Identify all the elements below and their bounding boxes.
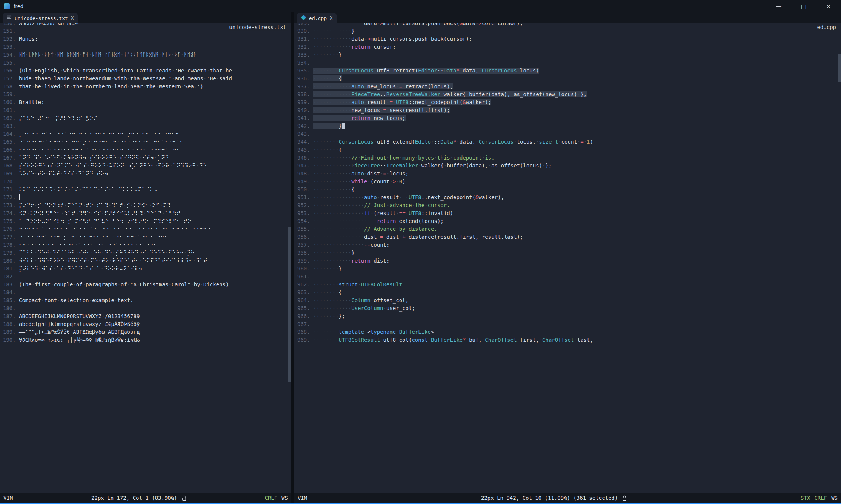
code-line[interactable]: 158.that·he·lived·in·the·northern·land·n… [0, 83, 291, 91]
code-line[interactable]: 962.········struct·UTF8ColResult [294, 281, 841, 289]
code-line[interactable]: 179.⠩⠁⠇⠇·⠝⠕⠞·⠙⠊⠌⠥⠗⠃·⠊⠞⠂·⠕⠗·⠹⠑·⡊⠳⠝⠞⠗⠹⠰⠎·⠙… [0, 249, 291, 257]
line-number: 163. [3, 122, 16, 130]
code-line[interactable]: 944.········CursorLocus·utf8_extend(Edit… [294, 138, 841, 146]
window-controls: — □ × [766, 0, 841, 12]
line-number: 966. [297, 312, 310, 320]
tab-close-button[interactable]: X [330, 15, 332, 21]
code-line[interactable]: 187.ABCDEFGHIJKLMNOPQRSTUVWXYZ·/01234567… [0, 312, 291, 320]
code-line[interactable]: 951.················auto·result·=·UTF8::… [294, 194, 841, 201]
code-line[interactable]: 181.⡍⠜⠇⠑⠹·⠺⠁⠎·⠁⠎·⠙⠑⠁⠙·⠁⠎·⠁·⠙⠕⠕⠗⠤⠝⠁⠊⠇⠲ [0, 265, 291, 273]
tab-ed-cpp[interactable]: ed.cpp X [297, 13, 337, 23]
code-line[interactable]: 943. [294, 130, 841, 138]
line-number: 161. [3, 106, 16, 114]
code-line[interactable]: 167.⠁⠝⠙·⠹⠑·⠡⠊⠑⠋·⠍⠳⠗⠝⠻⠲·⡎⠊⠗⠕⠕⠛⠑·⠎⠊⠛⠝⠫·⠊⠞⠲… [0, 154, 291, 162]
code-line[interactable]: 164.⡍⠜⠇⠑⠹·⠺⠁⠎·⠙⠑⠁⠙⠒·⠞⠕·⠃⠑⠛⠔·⠺⠊⠹⠲·⡹⠻⠑·⠊⠎·… [0, 130, 291, 138]
code-line[interactable]: 177.⠔·⠹⠑·⠞⠗⠁⠙⠑⠲·⡃⠥⠞·⠹⠑·⠺⠊⠎⠙⠕⠍·⠕⠋·⠳⠗·⠁⠝⠊⠑… [0, 233, 291, 241]
code-line[interactable]: 963.········{ [294, 289, 841, 297]
code-line[interactable]: 178.⠊⠎·⠔·⠹⠑·⠎⠊⠍⠊⠇⠑⠆·⠁⠝⠙·⠍⠹·⠥⠝⠙⠁⠇⠇⠪⠫·⠙⠁⠝⠙… [0, 241, 291, 249]
code-line[interactable]: 155. [0, 59, 291, 67]
code-line[interactable]: 950.············{ [294, 186, 841, 194]
code-line[interactable]: 969.········UTF8ColResult·utf8_col(const… [294, 336, 841, 344]
code-line[interactable]: 966.········}; [294, 312, 841, 320]
code-line[interactable]: 188.abcdefghijklmnopqrstuvwxyz·£©µÀÆÖÞßé… [0, 320, 291, 328]
code-line[interactable]: 933.········} [294, 51, 841, 59]
minimize-button[interactable]: — [766, 0, 791, 12]
line-number: 170. [3, 178, 16, 186]
code-line[interactable]: 160.Braille: [0, 98, 291, 106]
code-line[interactable]: 174.⠪⠝·⠅⠝⠪⠇⠫⠛⠑⠂·⠱⠁⠞·⠹⠻⠑·⠊⠎·⠏⠜⠞⠊⠊⠥⠇⠜⠇⠹·⠙⠑… [0, 209, 291, 217]
code-line[interactable]: 948.············auto·dist·=·locus; [294, 170, 841, 178]
code-line[interactable]: 162.⡌⠁⠧⠑·⠼⠁⠒··⡍⠜⠇⠑⠹⠰⠎·⡣⠕⠌ [0, 114, 291, 122]
code-line[interactable]: 180.⠺⠊⠇⠇·⠹⠻⠑⠋⠕⠗⠑·⠏⠻⠍⠊⠞·⠍⠑·⠞⠕·⠗⠑⠏⠑⠁⠞⠂·⠑⠍⠏… [0, 257, 291, 265]
right-scrollbar-thumb[interactable] [838, 54, 841, 82]
code-line[interactable]: 156.(Old·English,·which·transcribed·into… [0, 67, 291, 75]
code-line[interactable]: 189.–—‘“”„†•…‰™œŠŸž€·ΑΒΓΔΩαβγδω·АБВГДабв… [0, 328, 291, 336]
pane-divider[interactable] [291, 12, 294, 503]
line-number: 165. [3, 138, 16, 146]
code-line[interactable]: 184. [0, 289, 291, 297]
code-line[interactable]: 964.············Column·offset_col; [294, 297, 841, 304]
code-line[interactable]: 941.············return·new_locus; [294, 114, 841, 122]
code-line[interactable]: 168.⡎⠊⠗⠕⠕⠛⠑⠰⠎·⠝⠁⠍⠑·⠺⠁⠎·⠛⠕⠕⠙·⠥⠏⠕⠝·⠰⡡⠁⠝⠛⠑⠂… [0, 162, 291, 170]
code-line[interactable]: 931.············data->multi_cursors.push… [294, 35, 841, 43]
code-line[interactable]: 185.Compact·font·selection·example·text: [0, 297, 291, 304]
code-line[interactable]: 169.⠡⠕⠎⠑·⠞⠕·⠏⠥⠞·⠙⠊⠎·⠙⠁⠝⠙·⠞⠕⠲ [0, 170, 291, 178]
code-line[interactable]: 953.················if·(result·==·UTF8::… [294, 209, 841, 217]
code-line[interactable]: 939.············auto·result·=·UTF8::next… [294, 98, 841, 106]
code-line[interactable]: 965.············UserColumn·user_col; [294, 304, 841, 312]
text-editor-unicode-stress[interactable]: unicode-stress.txt 150.እግርህን·በፍራሽህ·ልክ·ዘር… [0, 23, 291, 493]
code-line[interactable]: 929.················data->multi_cursors.… [294, 23, 841, 27]
code-line[interactable]: 936.········{ [294, 75, 841, 83]
code-line[interactable]: 183.(The·first·couple·of·paragraphs·of·"… [0, 281, 291, 289]
code-line[interactable]: 947.············PieceTree::TreeWalker·wa… [294, 162, 841, 170]
code-line[interactable]: 153. [0, 43, 291, 51]
tab-close-button[interactable]: X [71, 15, 74, 21]
code-line[interactable]: 934. [294, 59, 841, 67]
code-line[interactable]: 166.⠎⠊⠛⠝⠫·⠃⠹·⠹⠑·⠊⠇⠻⠛⠹⠍⠁⠝⠂·⠹⠑·⠊⠇⠻⠅⠂·⠹⠑·⠥⠝… [0, 146, 291, 154]
code-line[interactable]: 175.⠁·⠙⠕⠕⠗⠤⠝⠁⠊⠇⠲·⡊·⠍⠊⠣⠞·⠙⠁⠧⠑·⠃⠑⠲·⠔⠊⠇⠔⠫⠂·… [0, 217, 291, 225]
text-editor-ed-cpp[interactable]: ed.cpp 929.················data->multi_c… [294, 23, 841, 493]
code-line[interactable]: 940.············new_locus·=·seek(result.… [294, 106, 841, 114]
code-line[interactable]: 159. [0, 91, 291, 98]
code-line[interactable]: 949.············while·(count·>·0) [294, 178, 841, 186]
code-line[interactable]: 946.············//·Find·out·how·many·byt… [294, 154, 841, 162]
close-button[interactable]: × [816, 0, 841, 12]
left-scrollbar-thumb[interactable] [288, 227, 291, 382]
code-line[interactable]: 165.⠱⠁⠞⠑⠧⠻·⠁⠃⠳⠞·⠹⠁⠞⠲·⡹⠑·⠗⠑⠛⠊⠌⠻·⠕⠋·⠙⠊⠎·⠃⠥… [0, 138, 291, 146]
code-line[interactable]: 954.····················return·extend(lo… [294, 217, 841, 225]
code-line[interactable]: 172. [0, 194, 291, 201]
tab-unicode-stress-txt[interactable]: unicode-stress.txt X [3, 13, 78, 23]
code-line[interactable]: 161. [0, 106, 291, 114]
code-line[interactable]: 170. [0, 178, 291, 186]
code-line[interactable]: 960.········} [294, 265, 841, 273]
code-line[interactable]: 186. [0, 304, 291, 312]
code-line[interactable]: 958.············} [294, 249, 841, 257]
code-line[interactable]: 163. [0, 122, 291, 130]
code-line[interactable]: 171.⡕⠇⠙·⡍⠜⠇⠑⠹·⠺⠁⠎·⠁⠎·⠙⠑⠁⠙·⠁⠎·⠁·⠙⠕⠕⠗⠤⠝⠁⠊⠇… [0, 186, 291, 194]
code-line[interactable]: 152.Runes: [0, 35, 291, 43]
maximize-button[interactable]: □ [791, 0, 816, 12]
code-line[interactable]: 967. [294, 320, 841, 328]
code-line[interactable]: 932.············return·cursor; [294, 43, 841, 51]
code-line[interactable]: 190.∀∂∈ℝ∧∪≡∞·↑↗↨↻⇣·┐┼╔╘░►☺♀·ﬁ�⑀₂ἠḂӥẄɐː⍎א… [0, 336, 291, 344]
code-line[interactable]: 942.········} [294, 122, 841, 130]
code-line[interactable]: 968.········template·<typename·BufferLik… [294, 328, 841, 336]
code-line[interactable]: 157.bude·thaem·lande·northweardum·with·t… [0, 75, 291, 83]
code-line[interactable]: 945.········{ [294, 146, 841, 154]
code-line[interactable]: 176.⠗⠑⠛⠜⠙·⠁·⠊⠕⠋⠋⠔⠤⠝⠁⠊⠇·⠁⠎·⠹⠑·⠙⠑⠁⠙⠑⠌·⠏⠊⠑⠊… [0, 225, 291, 233]
code-line[interactable]: 961. [294, 273, 841, 281]
code-line[interactable]: 938.············PieceTree::ReverseTreeWa… [294, 91, 841, 98]
code-line[interactable]: 955.················//·Advance·by·distan… [294, 225, 841, 233]
code-line[interactable]: 957.················--count; [294, 241, 841, 249]
code-line[interactable]: 182. [0, 273, 291, 281]
code-line[interactable]: 952.················//·Just·advance·the·… [294, 201, 841, 209]
code-line[interactable]: 154.ᚻᛖ·ᚳᚹᚫᚦ·ᚦᚫᛏ·ᚻᛖ·ᛒᚢᛞᛖ·ᚩᚾ·ᚦᚫᛗ·ᛚᚪᚾᛞᛖ·ᚾᚩᚱ… [0, 51, 291, 59]
line-number: 151. [3, 27, 16, 35]
left-code-lines: 150.እግርህን·በፍራሽህ·ልክ·ዘርጋ።151.152.Runes:153… [0, 23, 291, 344]
code-line[interactable]: 173.⡍⠔⠙⠖·⡊·⠙⠕⠝⠰⠞·⠍⠑⠁⠝·⠞⠕·⠎⠁⠹·⠹⠁⠞·⡊·⠅⠝⠪⠂·… [0, 201, 291, 209]
code-line[interactable]: 937.············auto·new_locus·=·retract… [294, 83, 841, 91]
code-line[interactable]: 959.············return·dist; [294, 257, 841, 265]
code-line[interactable]: 930.············} [294, 27, 841, 35]
code-line[interactable]: 956.················dist·=·dist·+·distan… [294, 233, 841, 241]
code-line[interactable]: 935.········CursorLocus·utf8_retract(Edi… [294, 67, 841, 75]
